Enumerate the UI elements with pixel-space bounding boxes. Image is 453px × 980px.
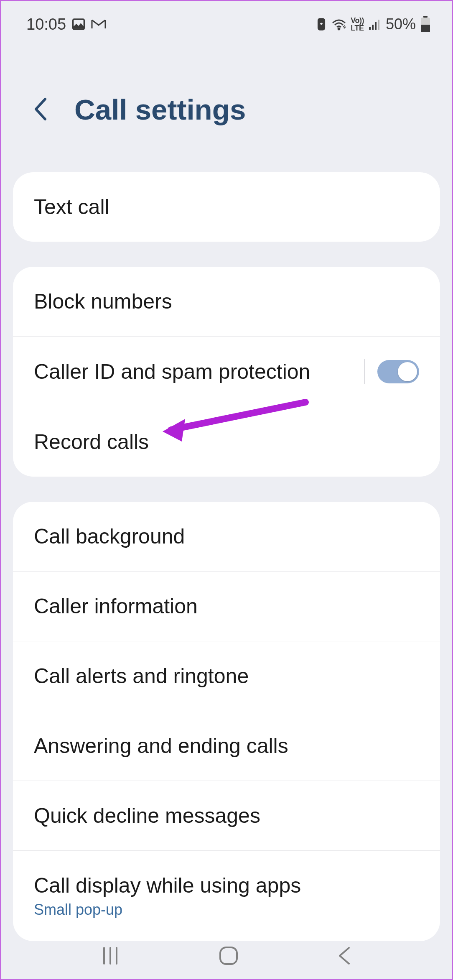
settings-label: Caller ID and spam protection bbox=[34, 360, 310, 384]
settings-group-2: Block numbers Caller ID and spam protect… bbox=[13, 267, 440, 477]
page-header: Call settings bbox=[1, 43, 452, 172]
status-left: 10:05 bbox=[26, 15, 106, 33]
svg-rect-5 bbox=[375, 22, 377, 30]
svg-rect-6 bbox=[378, 20, 379, 30]
settings-group-3: Call background Caller information Call … bbox=[13, 502, 440, 941]
text-call-item[interactable]: Text call bbox=[13, 172, 440, 242]
svg-rect-7 bbox=[423, 16, 428, 18]
back-icon[interactable] bbox=[33, 96, 49, 124]
settings-group-1: Text call bbox=[13, 172, 440, 242]
quick-decline-messages-item[interactable]: Quick decline messages bbox=[13, 781, 440, 851]
status-bar: 10:05 Vo))LTE 50% bbox=[1, 1, 452, 43]
svg-rect-15 bbox=[220, 947, 237, 964]
signal-icon bbox=[368, 18, 382, 31]
record-calls-item[interactable]: Record calls bbox=[13, 407, 440, 477]
battery-percent: 50% bbox=[386, 15, 416, 33]
nav-bar bbox=[1, 933, 452, 979]
caller-information-item[interactable]: Caller information bbox=[13, 572, 440, 641]
settings-label: Record calls bbox=[34, 430, 149, 454]
leaf-icon bbox=[316, 17, 327, 31]
caller-id-toggle[interactable] bbox=[377, 360, 419, 383]
settings-label: Call display while using apps bbox=[34, 873, 301, 898]
nav-recents-icon[interactable] bbox=[100, 945, 121, 966]
settings-label: Caller information bbox=[34, 594, 198, 618]
settings-label: Call alerts and ringtone bbox=[34, 664, 249, 688]
status-right: Vo))LTE 50% bbox=[316, 15, 431, 33]
svg-rect-10 bbox=[421, 30, 430, 32]
settings-label: Block numbers bbox=[34, 289, 172, 314]
settings-label: Call background bbox=[34, 524, 185, 549]
call-alerts-ringtone-item[interactable]: Call alerts and ringtone bbox=[13, 641, 440, 711]
divider bbox=[364, 359, 365, 384]
toggle-wrapper bbox=[364, 359, 419, 384]
settings-label: Text call bbox=[34, 195, 109, 219]
svg-rect-4 bbox=[372, 25, 374, 30]
settings-label: Quick decline messages bbox=[34, 804, 260, 828]
wifi-icon bbox=[331, 18, 346, 31]
svg-point-2 bbox=[338, 28, 340, 30]
nav-home-icon[interactable] bbox=[218, 945, 239, 967]
call-background-item[interactable]: Call background bbox=[13, 502, 440, 572]
gmail-icon bbox=[91, 18, 106, 30]
nav-back-icon[interactable] bbox=[336, 945, 353, 966]
toggle-knob bbox=[398, 362, 417, 381]
answering-ending-calls-item[interactable]: Answering and ending calls bbox=[13, 711, 440, 781]
svg-rect-3 bbox=[369, 27, 371, 30]
volte-icon: Vo))LTE bbox=[351, 17, 364, 32]
picture-icon bbox=[72, 18, 85, 31]
settings-label: Answering and ending calls bbox=[34, 734, 288, 758]
call-display-apps-item[interactable]: Call display while using apps Small pop-… bbox=[13, 851, 440, 941]
settings-item-content: Call display while using apps Small pop-… bbox=[34, 873, 301, 919]
settings-sublabel: Small pop-up bbox=[34, 901, 301, 919]
page-title: Call settings bbox=[74, 93, 246, 126]
block-numbers-item[interactable]: Block numbers bbox=[13, 267, 440, 337]
battery-icon bbox=[420, 16, 431, 33]
status-time: 10:05 bbox=[26, 15, 66, 33]
caller-id-spam-item[interactable]: Caller ID and spam protection bbox=[13, 337, 440, 407]
